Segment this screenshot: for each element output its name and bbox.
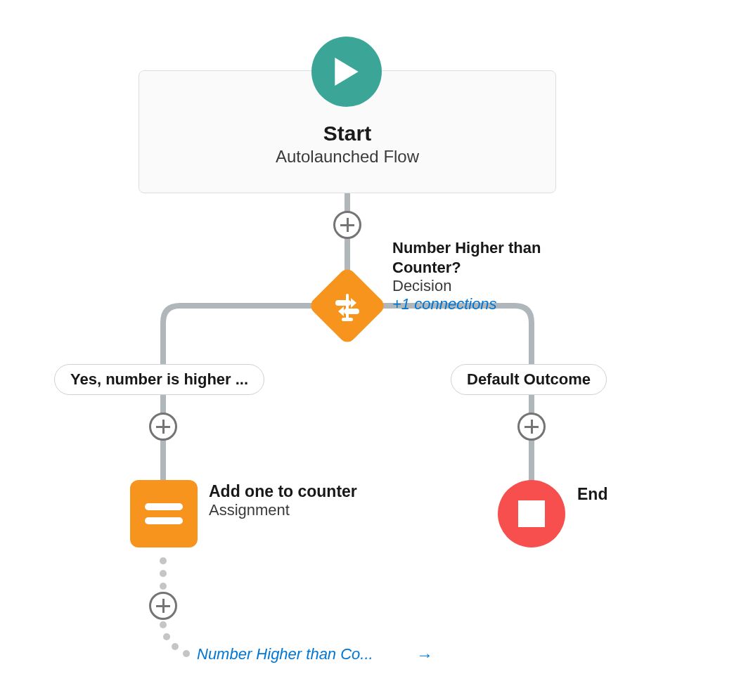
decision-node[interactable] — [309, 268, 385, 344]
svg-marker-13 — [351, 298, 356, 308]
loop-back-link[interactable]: Number Higher than Co... — [197, 645, 373, 663]
play-icon — [335, 58, 359, 86]
svg-point-9 — [183, 650, 190, 657]
add-element-button[interactable] — [333, 211, 361, 239]
svg-point-8 — [172, 643, 179, 650]
assignment-type: Assignment — [209, 501, 357, 519]
svg-marker-15 — [338, 306, 344, 316]
outcome-default[interactable]: Default Outcome — [451, 364, 607, 395]
start-title: Start — [139, 122, 555, 145]
svg-point-3 — [160, 557, 167, 564]
add-element-button-after-assignment[interactable] — [149, 592, 177, 620]
assignment-icon — [145, 502, 183, 526]
svg-point-7 — [163, 633, 170, 640]
add-element-button-right[interactable] — [517, 413, 546, 441]
svg-rect-14 — [344, 309, 359, 314]
svg-marker-10 — [335, 58, 358, 86]
assignment-title: Add one to counter — [209, 482, 357, 501]
svg-point-4 — [160, 570, 167, 577]
svg-rect-16 — [342, 318, 353, 321]
add-element-button-left[interactable] — [149, 413, 177, 441]
end-label: End — [577, 485, 607, 504]
decision-connections-link[interactable]: +1 connections — [392, 295, 603, 313]
start-subtitle: Autolaunched Flow — [139, 147, 555, 167]
decision-type: Decision — [392, 277, 603, 295]
end-node[interactable] — [498, 480, 565, 547]
svg-rect-11 — [346, 294, 349, 319]
stop-icon — [518, 500, 545, 527]
decision-icon — [309, 268, 385, 344]
svg-rect-17 — [145, 503, 183, 510]
loop-back-arrow-icon[interactable]: → — [416, 645, 433, 665]
assignment-node[interactable] — [130, 480, 198, 547]
start-play-button[interactable] — [311, 37, 382, 107]
outcome-yes[interactable]: Yes, number is higher ... — [54, 364, 264, 395]
svg-point-6 — [160, 621, 167, 628]
svg-point-5 — [160, 583, 167, 590]
decision-labels: Number Higher than Counter? Decision +1 … — [392, 238, 603, 313]
svg-rect-18 — [145, 517, 183, 524]
assignment-labels: Add one to counter Assignment — [209, 482, 357, 519]
flow-canvas: Start Autolaunched Flow Numb — [0, 0, 753, 700]
decision-title: Number Higher than Counter? — [392, 238, 603, 277]
svg-rect-12 — [335, 300, 351, 306]
